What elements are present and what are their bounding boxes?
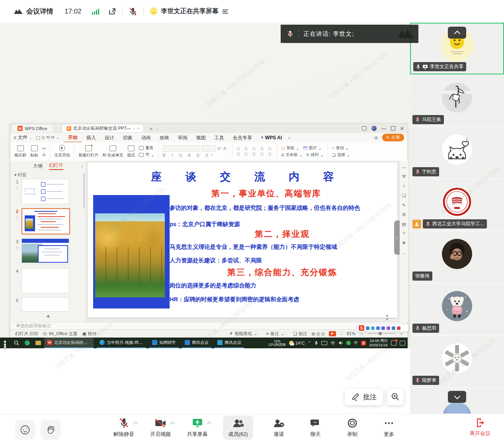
add-slide-button[interactable]: +: [46, 312, 50, 320]
taskbar-search-icon[interactable]: [14, 340, 19, 345]
participant-tile[interactable]: 西北工业大学马院学工...: [410, 179, 504, 231]
menu-tab-member[interactable]: 会员专享: [229, 133, 256, 142]
shape-button[interactable]: ⬠形状 ⌄ 🗔图片 ⌄: [281, 145, 324, 151]
raise-hand-button[interactable]: [41, 420, 61, 440]
menu-tab-slideshow[interactable]: 放映: [155, 133, 174, 142]
share-button[interactable]: ↻ 分享: [382, 134, 404, 141]
taskbar-window-browser[interactable]: 当年明月-视频-哔哩...: [97, 338, 146, 348]
annotate-button[interactable]: 批注: [345, 388, 383, 405]
textbox-button[interactable]: A文本框 ⌄ ⧉排列 ⌄: [281, 152, 324, 158]
font-style-buttons[interactable]: B I U A S X²: [163, 153, 228, 158]
sogou-tray-icon[interactable]: S: [361, 341, 366, 345]
strip-minimize-icon[interactable]: —: [402, 165, 406, 170]
share-options-caret[interactable]: [207, 422, 211, 426]
share-screen-button[interactable]: 共享屏幕: [186, 418, 209, 440]
select-button[interactable]: ❏选择 ⌄: [332, 152, 350, 158]
notes-bar[interactable]: 单击此处添加备注: [10, 322, 407, 329]
unmute-button[interactable]: 解除静音: [113, 418, 135, 440]
notes-button[interactable]: ≡ 备注 ⌄: [266, 331, 285, 337]
smart-beautify-button[interactable]: ⚘ 智能美化 ⌄: [229, 331, 257, 337]
new-slide-button[interactable]: 新建幻灯片: [78, 145, 98, 158]
menu-tab-view[interactable]: 视图: [192, 133, 210, 142]
theme-indicator[interactable]: 🗀 94_Office 主题: [43, 331, 77, 337]
zoom-in-tool-button[interactable]: [387, 388, 404, 405]
participant-tile[interactable]: 张雅琦: [410, 231, 504, 283]
collapse-sidebar-button[interactable]: [448, 27, 466, 39]
volume-icon[interactable]: [338, 341, 343, 345]
account-avatar[interactable]: [371, 126, 377, 131]
menu-tab-transition[interactable]: 切换: [119, 133, 137, 142]
sogou-input-toolbar[interactable]: S: [357, 324, 408, 332]
strip-settings-icon[interactable]: ⚒: [402, 174, 406, 179]
invite-button[interactable]: 邀请: [268, 418, 290, 440]
mic-muted-icon[interactable]: [128, 7, 138, 16]
start-video-button[interactable]: 开启视频: [149, 418, 172, 440]
star-icon[interactable]: ☆: [16, 186, 19, 190]
reaction-emoji-button[interactable]: [15, 420, 35, 440]
panel-scrollbar[interactable]: [83, 173, 85, 209]
start-button[interactable]: [4, 341, 8, 345]
view-mode-icons[interactable]: ▦ ▥ ▤: [311, 332, 325, 336]
search-icon[interactable]: ⌕: [288, 135, 291, 141]
font-size-select[interactable]: [202, 145, 216, 152]
video-options-caret[interactable]: [170, 422, 175, 426]
current-slide[interactable]: 座 谈 交 流 内 容 第一，事业单位、高端智库 参访的对象，都在北京，都是研究…: [88, 162, 397, 318]
strip-tools-icon[interactable]: ⚙: [402, 212, 406, 217]
participant-tile[interactable]: 陆梦来: [410, 336, 504, 387]
sharer-list-icon[interactable]: [222, 9, 229, 14]
layout-mode-icon[interactable]: [362, 126, 367, 131]
strip-book-icon[interactable]: ▤: [402, 222, 406, 227]
slide-thumbnail-row[interactable]: 3☆: [13, 238, 86, 264]
participant-tile-partial[interactable]: [410, 388, 504, 414]
menu-tab-animation[interactable]: 动画: [137, 133, 155, 142]
close-button[interactable]: ✕: [400, 126, 404, 131]
strip-edit-icon[interactable]: ✎: [402, 203, 406, 208]
file-explorer-icon[interactable]: [35, 341, 41, 345]
paste-button[interactable]: 粘贴: [30, 145, 38, 158]
menu-tab-home[interactable]: 开始: [64, 133, 82, 142]
taskbar-window-meeting1[interactable]: 腾讯会议: [182, 338, 211, 348]
find-button[interactable]: ⌕查找 ⌄: [332, 145, 350, 151]
play-from-current-button[interactable]: 当页开始: [54, 145, 70, 158]
restore-button[interactable]: [391, 126, 395, 131]
minimize-button[interactable]: —: [381, 126, 386, 131]
touch-keyboard-icon[interactable]: [400, 341, 405, 345]
menu-tab-tools[interactable]: 工具: [210, 133, 229, 142]
slideshow-play-button[interactable]: [329, 331, 336, 336]
participant-tile-sharer[interactable]: 李世文正在共享: [410, 23, 504, 74]
participant-tile[interactable]: 杨思羽: [410, 283, 504, 335]
wifi-icon[interactable]: [330, 341, 335, 345]
more-button[interactable]: 更多: [378, 418, 400, 440]
ime-indicator[interactable]: 中: [354, 340, 358, 346]
strip-star-icon[interactable]: ☆: [402, 183, 406, 189]
slide-thumbnail-row[interactable]: 1☆: [13, 179, 86, 204]
cut-copy-icons[interactable]: ✂⧉: [42, 146, 46, 157]
new-tab-button[interactable]: ＋: [148, 125, 154, 132]
wps-document-tab[interactable]: P 北京访企拓岗经验交流 PPT— ○ •: [63, 125, 143, 132]
taskbar-window-cnki[interactable]: 知网研学: [149, 338, 179, 348]
mic-options-caret[interactable]: [133, 422, 138, 426]
open-in-window-icon[interactable]: [108, 7, 117, 16]
layout-button[interactable]: 版式: [127, 145, 135, 158]
section-header[interactable]: ▾ 封面: [14, 172, 86, 178]
wps-home-tab[interactable]: W WPS Office: [12, 125, 53, 132]
members-button[interactable]: 成员(62): [223, 416, 253, 440]
slide-thumbnail-row[interactable]: 4: [13, 268, 86, 293]
file-menu[interactable]: ≡ 文件 ⌄: [14, 134, 32, 141]
star-icon[interactable]: ☆: [16, 246, 19, 250]
paragraph-buttons[interactable]: ☲ ☰ ☲ ☰ ☲ ☰ ☲ ☰ ☲ ☰: [236, 146, 273, 156]
scroll-down-participants-button[interactable]: [448, 391, 466, 403]
quick-access-icons[interactable]: ▢ ⎙ ⟲ ⟳ ⌄: [36, 135, 60, 140]
clock-indicator[interactable]: 19:08 周日2025/11/16: [369, 339, 388, 347]
participant-tile[interactable]: 马院王换: [410, 75, 504, 127]
upload-circle-icon[interactable]: ⊕: [374, 135, 378, 141]
slide-thumbnail-row[interactable]: 5: [13, 297, 86, 312]
network-signal-icon[interactable]: [92, 8, 99, 15]
taskbar-app-icon[interactable]: [25, 340, 30, 345]
section-button[interactable]: 节 ⌄: [139, 152, 154, 158]
zoom-slider[interactable]: [367, 333, 395, 334]
strip-shapes-icon[interactable]: ❏: [402, 193, 406, 198]
star-icon[interactable]: ☆: [16, 215, 19, 220]
slides-tab[interactable]: 幻灯片: [49, 162, 63, 170]
strip-clothes-icon[interactable]: ❖: [402, 240, 406, 246]
